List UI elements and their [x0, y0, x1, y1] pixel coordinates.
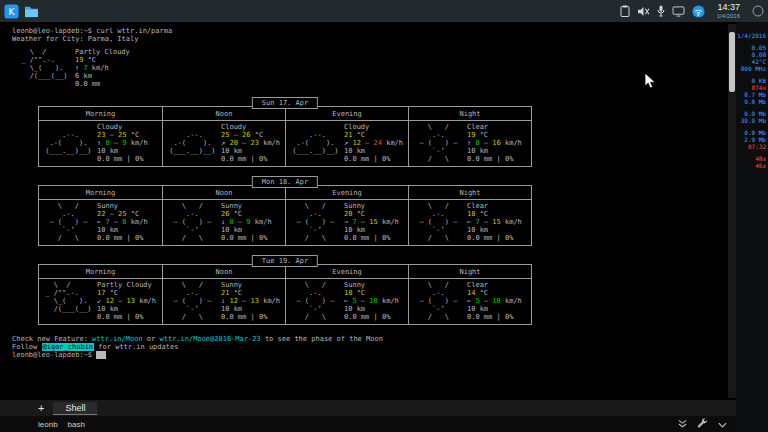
precipitation-text: 0.0 mm | 0% [97, 313, 156, 321]
clock-time: 14:37 [717, 3, 740, 12]
visibility-text: 10 km [467, 147, 522, 155]
wind-text: → 7 – 15 km/h [344, 218, 399, 226]
top-panel: K 14:37 1/4/2016 [0, 0, 768, 22]
terminal-controls [677, 415, 728, 432]
wind-text: ↑ 7 km/h [75, 64, 130, 72]
temperature-text: 18 °C [344, 289, 399, 297]
wind-text: ← 7 – 8 km/h [97, 218, 148, 226]
monitor-line: 48x [734, 155, 766, 162]
visibility-text: 10 km [221, 305, 280, 313]
session-tab-leonb[interactable]: leonb [38, 420, 58, 429]
visibility-text: 10 km [97, 305, 156, 313]
wind-text: ← 7 – 15 km/h [467, 218, 522, 226]
weather-icon: \ / .-. ― ( ) ― `-’ / \ [288, 281, 344, 321]
wind-text: ↗ 20 – 23 km/h [221, 139, 280, 147]
forecast-cell-text: Sunny 18 °C ← 5 – 10 km/h 10 km 0.0 mm |… [344, 281, 399, 321]
forecast-cell: \ / .-. ― ( ) ― `-’ / \ Sunny 21 °C ↓ 12… [162, 279, 285, 324]
new-tab-button[interactable]: + [38, 403, 44, 414]
visibility-text: 10 km [467, 226, 522, 234]
file-manager-icon[interactable] [24, 5, 39, 18]
monitor-line: 0.05 [734, 44, 766, 51]
period-header: Morning [39, 265, 162, 278]
condition-text: Cloudy [221, 123, 280, 131]
monitor-line: 42°C [734, 58, 766, 65]
forecast-day-label: Mon 18. Apr [252, 176, 318, 188]
visibility-text: 10 km [221, 226, 272, 234]
monitor-line: 9.8 Mb [734, 98, 766, 105]
panel-left: K [4, 4, 39, 19]
chevrons-down-icon[interactable] [677, 415, 688, 432]
condition-text: Cloudy [97, 123, 148, 131]
forecast-cell-text: Clear 18 °C ← 7 – 15 km/h 10 km 0.0 mm |… [467, 202, 522, 242]
temperature-text: 17 °C [97, 289, 156, 297]
clipboard-icon[interactable] [620, 5, 630, 17]
period-header: Night [408, 186, 531, 199]
display-icon[interactable] [672, 6, 685, 17]
period-header: Morning [39, 186, 162, 199]
visibility-text: 6 km [75, 72, 130, 80]
forecast-day: Sun 17. Apr MorningNoonEveningNight .--.… [38, 106, 532, 167]
volume-muted-icon[interactable] [637, 6, 650, 17]
terminal-output-top: leonb@leo-lapdeb:~$ curl wttr.in/parmaWe… [12, 27, 720, 43]
network-icon[interactable] [692, 5, 705, 18]
wrench-icon[interactable] [697, 415, 708, 432]
forecast-cell: \ / .-. ― ( ) ― `-’ / \ Clear 19 °C ↑ 8 … [408, 121, 531, 166]
precipitation-text: 0.0 mm | 0% [221, 155, 280, 163]
current-conditions-text: Partly Cloudy 19 °C ↑ 7 km/h 6 km 0.0 mm [75, 48, 130, 88]
forecast-cell-text: Partly Cloudy 17 °C ↙ 12 – 13 km/h 10 km… [97, 281, 156, 321]
show-desktop-icon[interactable] [752, 5, 764, 17]
session-tab-bash[interactable]: bash [68, 420, 85, 429]
condition-text: Partly Cloudy [97, 281, 156, 289]
forecast-cells-row: .--. .-( ). (___.__)__) Cloudy 23 – 25 °… [39, 121, 531, 166]
precipitation-text: 0.0 mm | 0% [467, 313, 522, 321]
monitor-line: 2.9 Mb [734, 136, 766, 143]
monitor-line: 800 MHz [734, 65, 766, 72]
period-header: Night [408, 107, 531, 120]
wind-text: ↗ 12 – 24 km/h [344, 139, 403, 147]
forecast-cell-text: Cloudy 21 °C ↗ 12 – 24 km/h 10 km 0.0 mm… [344, 123, 403, 163]
forecast-cell: .--. .-( ). (___.__)__) Cloudy 21 °C ↗ 1… [285, 121, 408, 166]
mouse-cursor [644, 72, 656, 94]
precipitation-text: 0.0 mm | 0% [344, 155, 403, 163]
visibility-text: 10 km [344, 305, 399, 313]
terminal-line: leonb@leo-lapdeb:~$ curl wttr.in/parma [12, 27, 720, 35]
desktop: K 14:37 1/4/2016 [0, 0, 768, 432]
weather-icon: \ / .-. ― ( ) ― `-’ / \ [411, 123, 467, 163]
forecast-cell: \ / .-. ― ( ) ― `-’ / \ Sunny 20 °C → 7 … [285, 200, 408, 245]
wind-text: ↓ 8 – 9 km/h [221, 218, 272, 226]
condition-text: Sunny [344, 281, 399, 289]
temperature-text: 23 – 25 °C [97, 131, 148, 139]
forecast-day-label: Sun 17. Apr [252, 97, 318, 109]
temperature-text: 18 °C [467, 210, 522, 218]
monitor-line: 0.0 Mb [734, 129, 766, 136]
terminal-line: Follow @igor_chubin for wttr.in updates [12, 343, 720, 351]
terminal-window[interactable]: leonb@leo-lapdeb:~$ curl wttr.in/parmaWe… [0, 22, 736, 400]
wind-text: ↑ 8 – 16 km/h [467, 139, 522, 147]
precipitation-text: 0.0 mm | 0% [97, 155, 148, 163]
tab-shell[interactable]: Shell [53, 402, 97, 415]
condition-text: Clear [467, 281, 522, 289]
visibility-text: 10 km [344, 226, 399, 234]
temperature-text: 19 °C [75, 56, 130, 64]
forecast-cell: \ / .-. ― ( ) ― `-’ / \ Clear 18 °C ← 7 … [408, 200, 531, 245]
visibility-text: 10 km [221, 147, 280, 155]
clock[interactable]: 14:37 1/4/2016 [717, 3, 740, 19]
system-tray: 14:37 1/4/2016 [620, 3, 764, 19]
visibility-text: 10 km [97, 226, 148, 234]
forecast-cell: \ / _ /"".-. \_( ). /(___(__) Partly Clo… [39, 279, 162, 324]
period-header: Night [408, 265, 531, 278]
condition-text: Sunny [97, 202, 148, 210]
weather-icon: .--. .-( ). (___.__)__) [288, 123, 344, 163]
chevron-down-icon[interactable] [717, 415, 728, 432]
monitor-line: 874x [734, 84, 766, 91]
wind-text: ← 5 – 10 km/h [467, 297, 522, 305]
monitor-line: 0.08 [734, 51, 766, 58]
weather-icon: \ / .-. ― ( ) ― `-’ / \ [41, 202, 97, 242]
forecast-cell-text: Sunny 21 °C ↓ 12 – 13 km/h 10 km 0.0 mm … [221, 281, 280, 321]
app-launcher-icon[interactable]: K [4, 4, 19, 19]
forecast-cell-text: Clear 19 °C ↑ 8 – 16 km/h 10 km 0.0 mm |… [467, 123, 522, 163]
visibility-text: 10 km [344, 147, 403, 155]
weather-icon: \ / .-. ― ( ) ― `-’ / \ [411, 202, 467, 242]
microphone-icon[interactable] [657, 5, 665, 17]
weather-icon: \ / .-. ― ( ) ― `-’ / \ [288, 202, 344, 242]
